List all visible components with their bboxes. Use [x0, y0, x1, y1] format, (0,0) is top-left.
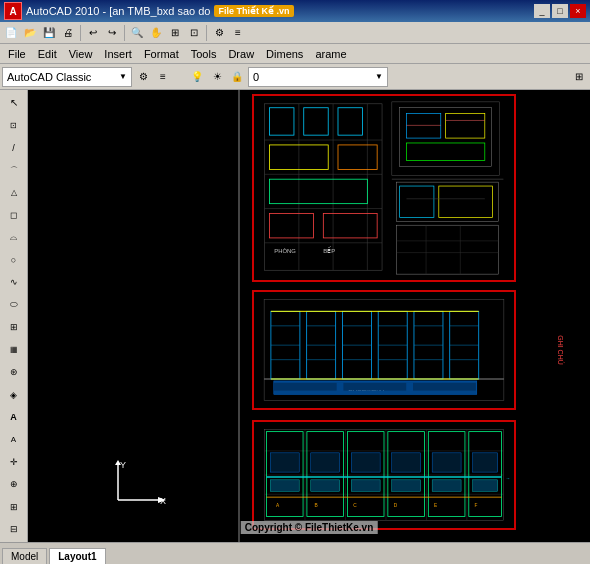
- brand-badge: File Thiết Kế .vn: [214, 5, 293, 17]
- separator-1: [80, 25, 81, 41]
- layer-toolbar: 💡 ☀ 🔒 0 ▼: [188, 67, 388, 87]
- svg-text:D: D: [394, 503, 398, 508]
- main-layout: ↖ ⊡ / ⌒ △ ◻ ⌓ ○ ∿ ⬭ ⊞ ▦ ⊛ ◈ A A ✛ ⊕ ⊞ ⊟: [0, 90, 590, 542]
- save-button[interactable]: 💾: [40, 24, 58, 42]
- tab-model[interactable]: Model: [2, 548, 47, 564]
- cad-frame-top: PHÒNG BẾP: [252, 94, 516, 282]
- title-bar: A AutoCAD 2010 - [an TMB_bxd sao do File…: [0, 0, 590, 22]
- menu-format[interactable]: Format: [138, 46, 185, 62]
- tool-mirror[interactable]: ⊞: [3, 496, 25, 517]
- menu-view[interactable]: View: [63, 46, 99, 62]
- tab-model-label: Model: [11, 551, 38, 562]
- svg-text:F: F: [475, 503, 478, 508]
- title-text: AutoCAD 2010 - [an TMB_bxd sao do: [26, 5, 210, 17]
- workspace-dropdown[interactable]: AutoCAD Classic ▼: [2, 67, 132, 87]
- tool-polyline[interactable]: ⌒: [3, 159, 25, 180]
- menu-insert[interactable]: Insert: [98, 46, 138, 62]
- properties-button[interactable]: ⚙: [210, 24, 228, 42]
- brand-suffix: .vn: [277, 6, 290, 16]
- layer-dropdown[interactable]: 0 ▼: [248, 67, 388, 87]
- left-toolbar: ↖ ⊡ / ⌒ △ ◻ ⌓ ○ ∿ ⬭ ⊞ ▦ ⊛ ◈ A A ✛ ⊕ ⊞ ⊟: [0, 90, 28, 542]
- svg-text:B: B: [315, 503, 318, 508]
- menu-bar: File Edit View Insert Format Tools Draw …: [0, 44, 590, 64]
- menu-dimension[interactable]: Dimens: [260, 46, 309, 62]
- tool-select[interactable]: ↖: [3, 92, 25, 113]
- svg-rect-75: [343, 383, 406, 391]
- svg-text:Y: Y: [120, 460, 126, 470]
- cad-panel-right: PHÒNG BẾP: [240, 90, 590, 542]
- axes-indicator: X Y: [108, 460, 168, 512]
- tool-region[interactable]: ◈: [3, 384, 25, 405]
- new-button[interactable]: 📄: [2, 24, 20, 42]
- title-controls[interactable]: _ □ ×: [534, 4, 586, 18]
- tab-layout1[interactable]: Layout1: [49, 548, 105, 564]
- tool-circle[interactable]: ○: [3, 249, 25, 270]
- tool-select2[interactable]: ⊡: [3, 114, 25, 135]
- svg-rect-98: [473, 453, 498, 472]
- layer-state-button[interactable]: 💡: [188, 68, 206, 86]
- tool-single-line-text[interactable]: A: [3, 429, 25, 450]
- tool-block[interactable]: ▦: [3, 339, 25, 360]
- bottom-bar: Model Layout1: [0, 542, 590, 564]
- svg-rect-103: [392, 480, 421, 492]
- cad-frame-middle: BASEMENT ±0.00 GHI CHÚ: [252, 290, 516, 410]
- svg-text:BẾP: BẾP: [323, 246, 335, 254]
- title-bar-left: A AutoCAD 2010 - [an TMB_bxd sao do File…: [4, 2, 294, 20]
- print-button[interactable]: 🖨: [59, 24, 77, 42]
- tool-insert[interactable]: ⊞: [3, 317, 25, 338]
- separator-3: [206, 25, 207, 41]
- maximize-button[interactable]: □: [552, 4, 568, 18]
- tool-copy[interactable]: ⊕: [3, 474, 25, 495]
- tool-ellipse[interactable]: ⬭: [3, 294, 25, 315]
- menu-tools[interactable]: Tools: [185, 46, 223, 62]
- svg-rect-95: [351, 453, 380, 472]
- cad-drawing-bottom: A B C D E F →: [254, 422, 514, 528]
- workspace-arrow: ▼: [119, 72, 127, 81]
- tool-line[interactable]: /: [3, 137, 25, 158]
- redo-button[interactable]: ↪: [103, 24, 121, 42]
- svg-rect-94: [311, 453, 340, 472]
- close-button[interactable]: ×: [570, 4, 586, 18]
- pan-button[interactable]: ✋: [147, 24, 165, 42]
- svg-rect-76: [413, 383, 476, 391]
- menu-edit[interactable]: Edit: [32, 46, 63, 62]
- workspace-settings-button[interactable]: ⚙: [134, 68, 152, 86]
- layer-lock-button[interactable]: 🔒: [228, 68, 246, 86]
- tool-multiline-text[interactable]: A: [3, 406, 25, 427]
- tool-hatch[interactable]: ⊛: [3, 361, 25, 382]
- brand-text: File: [218, 6, 234, 16]
- layer-freeze-button[interactable]: ☀: [208, 68, 226, 86]
- tool-polygon[interactable]: △: [3, 182, 25, 203]
- right-toolbar: ⊞: [570, 68, 588, 86]
- svg-text:E: E: [434, 503, 437, 508]
- svg-rect-93: [270, 453, 299, 472]
- svg-rect-100: [270, 480, 299, 492]
- zoom-all-button[interactable]: ⊞: [166, 24, 184, 42]
- svg-text:C: C: [353, 503, 357, 508]
- tool-arc[interactable]: ⌓: [3, 227, 25, 248]
- menu-params[interactable]: arame: [309, 46, 352, 62]
- cad-frame-bottom: A B C D E F →: [252, 420, 516, 530]
- svg-rect-97: [432, 453, 461, 472]
- layout-tabs: Model Layout1: [0, 543, 590, 564]
- tool-rect[interactable]: ◻: [3, 204, 25, 225]
- undo-button[interactable]: ↩: [84, 24, 102, 42]
- layer-label: 0: [253, 71, 259, 83]
- minimize-button[interactable]: _: [534, 4, 550, 18]
- menu-file[interactable]: File: [2, 46, 32, 62]
- tool-spline[interactable]: ∿: [3, 272, 25, 293]
- zoom-button[interactable]: 🔍: [128, 24, 146, 42]
- svg-rect-105: [473, 480, 498, 492]
- brand-name: Thiết Kế: [237, 6, 275, 16]
- secondary-toolbar: AutoCAD Classic ▼ ⚙ ≡ 💡 ☀ 🔒 0 ▼ ⊞: [0, 64, 590, 90]
- tool-move[interactable]: ✛: [3, 451, 25, 472]
- cad-drawing-top: PHÒNG BẾP: [254, 96, 514, 280]
- match-props-button[interactable]: ≡: [229, 24, 247, 42]
- view-button[interactable]: ⊞: [570, 68, 588, 86]
- drawing-area[interactable]: X Y: [28, 90, 590, 542]
- zoom-window-button[interactable]: ⊡: [185, 24, 203, 42]
- menu-draw[interactable]: Draw: [222, 46, 260, 62]
- tool-array[interactable]: ⊟: [3, 519, 25, 540]
- open-button[interactable]: 📂: [21, 24, 39, 42]
- toolbar-options-button[interactable]: ≡: [154, 68, 172, 86]
